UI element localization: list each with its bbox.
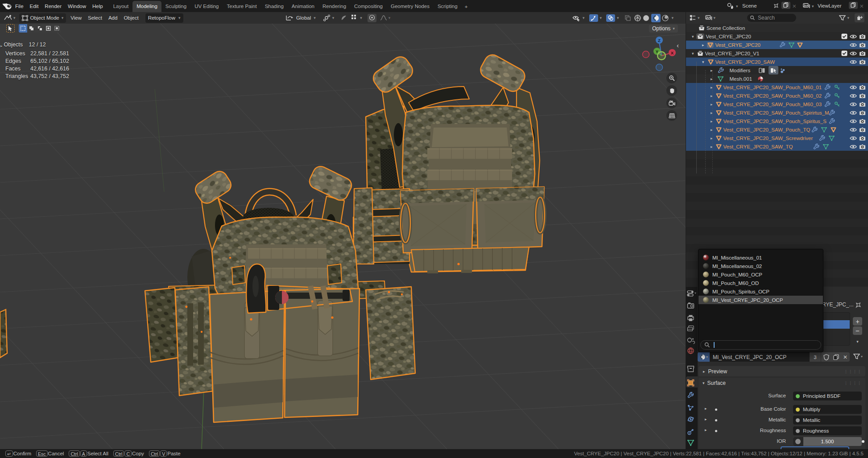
svg-text:Z: Z [658,38,661,43]
svg-text:X: X [671,50,674,55]
